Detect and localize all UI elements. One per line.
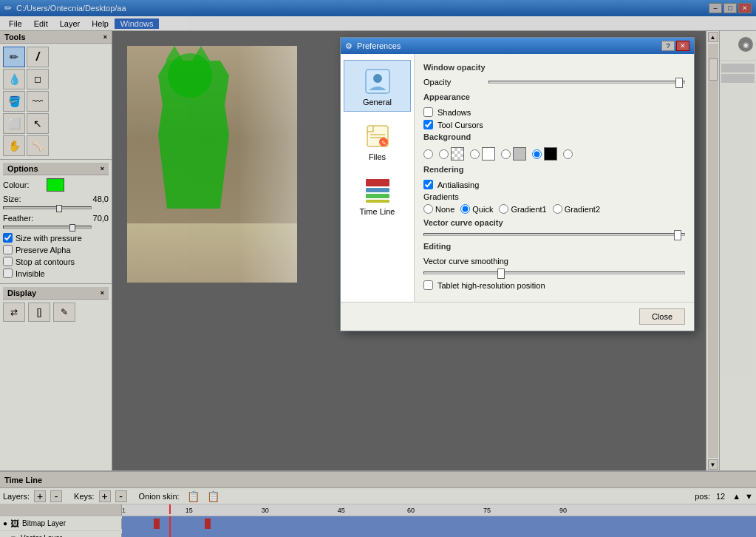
vector-opacity-slider[interactable]	[423, 233, 685, 236]
gradient2-label: Gradient2	[565, 205, 600, 214]
gradients-label: Gradients	[423, 192, 459, 201]
editing-title: Editing	[423, 242, 685, 251]
general-icon	[361, 65, 394, 98]
bg-checker-swatch	[451, 147, 464, 161]
gradient-2: Gradient2	[553, 204, 600, 214]
bg-lgray	[501, 147, 526, 161]
vector-smoothing-label-text: Vector curve smoothing	[423, 257, 685, 266]
gradients-section: Gradients None Quick Gradient1	[423, 192, 685, 214]
gradient-1: Gradient1	[499, 204, 546, 214]
modal-content-area: Window opacity Opacity Appearance Shadow…	[415, 54, 694, 302]
bg-lgray-swatch	[513, 147, 526, 161]
modal-title-bar: ⚙ Preferences ? ✕	[341, 38, 694, 54]
svg-rect-7	[366, 179, 389, 186]
modal-close-btn[interactable]: ✕	[676, 41, 689, 51]
bg-checker-radio[interactable]	[439, 149, 449, 159]
gradient-quick: Quick	[460, 204, 493, 214]
svg-point-1	[373, 74, 382, 83]
antialiasing-row: Antialiasing	[423, 180, 685, 189]
modal-controls: ? ✕	[661, 41, 689, 51]
tool-cursors-checkbox[interactable]	[423, 120, 433, 129]
vector-smoothing-slider[interactable]	[423, 271, 685, 274]
svg-rect-9	[366, 194, 389, 198]
nav-general-label: General	[363, 98, 392, 107]
shadows-checkbox[interactable]	[423, 107, 433, 117]
preferences-modal: ⚙ Preferences ? ✕	[340, 37, 695, 331]
files-icon: ✎	[361, 120, 394, 152]
gradient1-radio[interactable]	[499, 204, 508, 214]
svg-text:✎: ✎	[381, 140, 386, 146]
opacity-slider-container	[488, 81, 685, 84]
svg-rect-10	[366, 200, 389, 203]
opacity-row: Opacity	[423, 78, 685, 87]
modal-nav-sidebar: General ✎ Files	[341, 54, 415, 302]
tablet-label: Tablet high-resolution position	[437, 281, 545, 290]
gradient1-label: Gradient1	[511, 205, 546, 214]
bg-lgray-radio[interactable]	[501, 149, 511, 159]
rendering-title: Rendering	[423, 165, 685, 174]
bg-white-swatch	[482, 147, 495, 161]
bg-black-radio[interactable]	[532, 149, 542, 159]
nav-general[interactable]: General	[344, 60, 411, 112]
preferences-icon: ⚙	[345, 41, 353, 51]
gradient-none-radio[interactable]	[423, 204, 433, 214]
appearance-title: Appearance	[423, 92, 685, 101]
bg-black	[532, 147, 557, 161]
tablet-row: Tablet high-resolution position	[423, 280, 685, 290]
nav-timeline-label: Time Line	[360, 207, 395, 216]
nav-files[interactable]: ✎ Files	[344, 115, 411, 166]
svg-rect-8	[366, 188, 389, 192]
tool-cursors-row: Tool Cursors	[423, 120, 685, 129]
bg-white	[470, 147, 495, 161]
gradient-none: None	[423, 204, 454, 214]
preferences-close-button[interactable]: Close	[639, 308, 685, 325]
bg-checker	[439, 147, 464, 161]
tool-cursors-label: Tool Cursors	[437, 121, 483, 129]
modal-overlay: ⚙ Preferences ? ✕	[0, 0, 756, 537]
opacity-slider[interactable]	[488, 81, 685, 84]
modal-help-btn[interactable]: ?	[661, 41, 675, 51]
window-opacity-title: Window opacity	[423, 63, 685, 72]
modal-footer: Close	[341, 302, 694, 331]
antialiasing-checkbox[interactable]	[423, 180, 433, 189]
opacity-label: Opacity	[423, 78, 483, 87]
bg-radio6	[563, 149, 573, 159]
tablet-checkbox[interactable]	[423, 280, 433, 290]
bg-none	[423, 149, 433, 159]
gradient2-radio[interactable]	[553, 204, 562, 214]
gradient-quick-radio[interactable]	[460, 204, 470, 214]
bg-none-radio[interactable]	[423, 149, 433, 159]
modal-title-text: ⚙ Preferences	[345, 41, 401, 51]
nav-timeline[interactable]: Time Line	[344, 169, 411, 221]
shadows-label: Shadows	[437, 108, 471, 117]
gradient-none-label: None	[435, 205, 454, 214]
antialiasing-label: Antialiasing	[437, 180, 479, 189]
vector-opacity-title: Vector curve opacity	[423, 218, 685, 227]
gradient-quick-label: Quick	[472, 205, 493, 214]
bg-radio6-input[interactable]	[563, 149, 573, 159]
preferences-title: Preferences	[357, 41, 401, 50]
nav-files-label: Files	[369, 152, 386, 161]
bg-white-radio[interactable]	[470, 149, 480, 159]
gradients-radio-group: None Quick Gradient1 Gradient2	[423, 204, 685, 214]
timeline-icon	[361, 175, 394, 207]
shadows-row: Shadows	[423, 107, 685, 117]
bg-black-swatch	[544, 147, 557, 161]
modal-body: General ✎ Files	[341, 54, 694, 302]
background-options	[423, 147, 685, 161]
background-title: Background	[423, 132, 685, 141]
